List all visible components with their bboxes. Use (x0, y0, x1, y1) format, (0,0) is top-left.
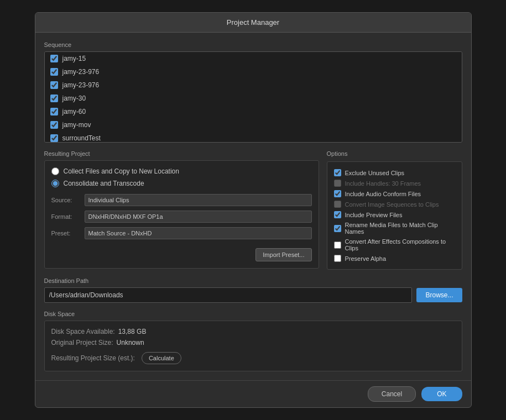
sequence-item[interactable]: jamy-30 (45, 92, 462, 105)
disk-original-label: Original Project Size: (51, 339, 113, 347)
disk-resulting-row: Resulting Project Size (est.): Calculate (51, 352, 455, 364)
option-item-checkbox[interactable] (334, 225, 341, 232)
resulting-project-label: Resulting Project (44, 150, 319, 157)
import-preset-button[interactable]: Import Preset... (255, 248, 311, 261)
sequence-list[interactable]: jamy-15jamy-23-976jamy-23-976jamy-30jamy… (44, 51, 462, 143)
sequence-item[interactable]: jamy-60 (45, 105, 462, 118)
collect-files-radio[interactable]: Collect Files and Copy to New Location (51, 167, 312, 175)
dialog-body: Sequence jamy-15jamy-23-976jamy-23-976ja… (35, 33, 471, 380)
consolidate-transcode-label: Consolidate and Transcode (64, 180, 144, 187)
options-box: Exclude Unused ClipsInclude Handles: 30 … (327, 161, 462, 270)
disk-available-row: Disk Space Available: 13,88 GB (51, 328, 455, 335)
disk-resulting-label: Resulting Project Size (est.): (51, 354, 135, 362)
dialog-title: Project Manager (35, 13, 471, 33)
sequence-item-label: jamy-30 (62, 95, 86, 102)
option-item[interactable]: Rename Media Files to Match Clip Names (334, 220, 455, 237)
radio-group: Collect Files and Copy to New Location C… (51, 167, 312, 187)
import-preset-row: Import Preset... (51, 244, 312, 261)
option-item[interactable]: Convert After Effects Compositions to Cl… (334, 237, 455, 253)
disk-space-label: Disk Space (44, 311, 462, 317)
browse-button[interactable]: Browse... (416, 288, 462, 302)
disk-original-value: Unknown (117, 339, 144, 347)
option-item[interactable]: Exclude Unused Clips (334, 167, 455, 178)
sequence-item[interactable]: jamy-23-976 (45, 65, 462, 78)
format-row: Format: DNxHR/DNxHD MXF OP1a (51, 211, 312, 223)
option-item[interactable]: Preserve Alpha (334, 253, 455, 264)
sequence-item-checkbox[interactable] (50, 55, 58, 62)
option-item[interactable]: Include Preview Files (334, 209, 455, 220)
calculate-button[interactable]: Calculate (142, 352, 181, 364)
sequence-item-label: jamy-15 (62, 55, 86, 62)
option-item-checkbox (334, 180, 341, 187)
destination-label: Destination Path (44, 277, 462, 284)
option-item-label: Convert Image Sequences to Clips (345, 201, 439, 208)
sequence-item[interactable]: jamy-23-976 (45, 78, 462, 92)
sequence-item-label: jamy-23-976 (62, 68, 100, 76)
source-row: Source: Individual Clips (51, 194, 312, 206)
source-select[interactable]: Individual Clips (85, 194, 312, 206)
disk-available-value: 13,88 GB (118, 328, 147, 335)
destination-section: Destination Path Browse... (44, 277, 462, 303)
collect-files-label: Collect Files and Copy to New Location (64, 167, 179, 175)
option-item-checkbox (334, 201, 341, 208)
disk-space-inner: Disk Space Available: 13,88 GB Original … (51, 328, 455, 364)
option-item-checkbox[interactable] (334, 211, 341, 218)
disk-space-box: Disk Space Available: 13,88 GB Original … (44, 321, 462, 371)
collect-files-radio-input[interactable] (51, 167, 59, 175)
sequence-item-label: jamy-60 (62, 108, 86, 116)
option-item-label: Include Handles: 30 Frames (345, 180, 421, 187)
consolidate-transcode-radio-input[interactable] (51, 180, 59, 187)
sequence-item-checkbox[interactable] (50, 121, 58, 129)
option-item[interactable]: Include Audio Conform Files (334, 188, 455, 199)
disk-space-section: Disk Space Disk Space Available: 13,88 G… (44, 311, 462, 371)
preset-row: Preset: Match Source - DNxHD (51, 227, 312, 239)
source-label: Source: (51, 197, 85, 203)
dialog-footer: Cancel OK (35, 380, 471, 407)
sequence-item-label: jamy-23-976 (62, 81, 100, 89)
preset-select[interactable]: Match Source - DNxHD (85, 227, 312, 239)
destination-path-input[interactable] (44, 287, 413, 303)
option-item-label: Exclude Unused Clips (345, 170, 405, 176)
sequence-item[interactable]: jamy-15 (45, 52, 462, 65)
disk-available-label: Disk Space Available: (51, 328, 115, 335)
option-item-label: Include Preview Files (345, 212, 403, 218)
main-content-row: Resulting Project Collect Files and Copy… (44, 150, 462, 270)
project-manager-dialog: Project Manager Sequence jamy-15jamy-23-… (35, 12, 472, 408)
sequence-item-checkbox[interactable] (50, 68, 58, 76)
sequence-label: Sequence (44, 41, 462, 48)
option-item-checkbox[interactable] (334, 242, 341, 249)
sequence-item-label: jamy-mov (62, 121, 91, 129)
sequence-item-checkbox[interactable] (50, 134, 58, 142)
format-select[interactable]: DNxHR/DNxHD MXF OP1a (85, 211, 312, 223)
ok-button[interactable]: OK (421, 387, 462, 401)
sequence-item[interactable]: jamy-mov (45, 118, 462, 132)
option-item: Convert Image Sequences to Clips (334, 199, 455, 209)
option-item-label: Convert After Effects Compositions to Cl… (345, 238, 455, 251)
option-item-label: Include Audio Conform Files (345, 191, 421, 197)
sequence-item-checkbox[interactable] (50, 81, 58, 89)
disk-original-row: Original Project Size: Unknown (51, 339, 455, 347)
sequence-item[interactable]: surroundTest (45, 132, 462, 143)
sequence-section: Sequence jamy-15jamy-23-976jamy-23-976ja… (44, 41, 462, 143)
consolidate-transcode-radio[interactable]: Consolidate and Transcode (51, 180, 312, 187)
sequence-item-checkbox[interactable] (50, 95, 58, 102)
option-item-checkbox[interactable] (334, 255, 341, 262)
destination-path-row: Browse... (44, 287, 462, 303)
option-item-checkbox[interactable] (334, 190, 341, 197)
format-label: Format: (51, 213, 85, 220)
option-item: Include Handles: 30 Frames (334, 178, 455, 188)
preset-label: Preset: (51, 230, 85, 237)
options-section: Options Exclude Unused ClipsInclude Hand… (327, 150, 462, 270)
cancel-button[interactable]: Cancel (368, 386, 416, 402)
option-item-label: Preserve Alpha (345, 255, 387, 262)
option-item-label: Rename Media Files to Match Clip Names (345, 222, 455, 235)
resulting-project-section: Resulting Project Collect Files and Copy… (44, 150, 319, 270)
option-item-checkbox[interactable] (334, 169, 341, 176)
sequence-item-label: surroundTest (62, 134, 101, 142)
options-label: Options (327, 150, 462, 157)
sequence-item-checkbox[interactable] (50, 108, 58, 116)
resulting-project-box: Collect Files and Copy to New Location C… (44, 160, 319, 269)
